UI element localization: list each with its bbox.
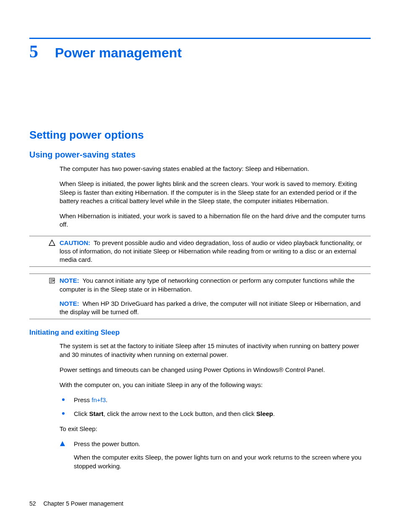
step-triangle-icon <box>60 440 65 449</box>
chapter-header: 5 Power management <box>29 41 371 62</box>
text: . <box>273 410 275 417</box>
list-item: Press the power button. When the compute… <box>60 440 371 470</box>
paragraph: When the computer exits Sleep, the power… <box>74 453 371 470</box>
note-text: You cannot initiate any type of networki… <box>60 277 355 292</box>
paragraph: With the computer on, you can initiate S… <box>60 381 371 389</box>
page-footer: 52 Chapter 5 Power management <box>29 500 123 507</box>
list-item: Press fn+f3. <box>60 396 371 404</box>
bullet-list: Press fn+f3. Click Start, click the arro… <box>60 396 371 418</box>
subsubsection-title: Initiating and exiting Sleep <box>29 328 371 337</box>
page-number: 52 <box>29 500 36 507</box>
note-text: When HP 3D DriveGuard has parked a drive… <box>60 300 361 315</box>
paragraph: The computer has two power-saving states… <box>60 165 371 173</box>
step-text: Press the power button. <box>74 440 140 447</box>
text: , click the arrow next to the Lock butto… <box>104 410 256 417</box>
paragraph: When Sleep is initiated, the power light… <box>60 180 371 205</box>
section-title: Setting power options <box>29 129 371 142</box>
note-callout: NOTE:You cannot initiate any type of net… <box>29 274 371 319</box>
subsection-title: Using power-saving states <box>29 150 371 160</box>
bold-text: Start <box>89 410 104 417</box>
text: Press <box>74 396 92 403</box>
note-label: NOTE: <box>60 277 79 284</box>
key-combo-link: fn+f3 <box>92 396 106 403</box>
caution-text: To prevent possible audio and video degr… <box>60 239 362 263</box>
note-label: NOTE: <box>60 300 79 307</box>
note-icon <box>49 277 55 284</box>
list-item: Click Start, click the arrow next to the… <box>60 410 371 418</box>
caution-callout: CAUTION:To prevent possible audio and vi… <box>29 236 371 267</box>
paragraph: The system is set at the factory to init… <box>60 342 371 359</box>
chapter-rule <box>29 38 371 39</box>
footer-label: Chapter 5 Power management <box>43 500 123 507</box>
caution-icon <box>49 240 55 246</box>
svg-marker-5 <box>60 441 65 446</box>
paragraph: Power settings and timeouts can be chang… <box>60 366 371 374</box>
bold-text: Sleep <box>256 410 273 417</box>
chapter-title: Power management <box>55 45 182 61</box>
text: . <box>106 396 107 403</box>
paragraph: To exit Sleep: <box>60 425 371 433</box>
text: Click <box>74 410 89 417</box>
caution-label: CAUTION: <box>60 239 90 246</box>
chapter-number: 5 <box>29 41 38 62</box>
paragraph: When Hibernation is initiated, your work… <box>60 212 371 229</box>
step-list: Press the power button. When the compute… <box>60 440 371 470</box>
svg-marker-0 <box>49 240 55 245</box>
